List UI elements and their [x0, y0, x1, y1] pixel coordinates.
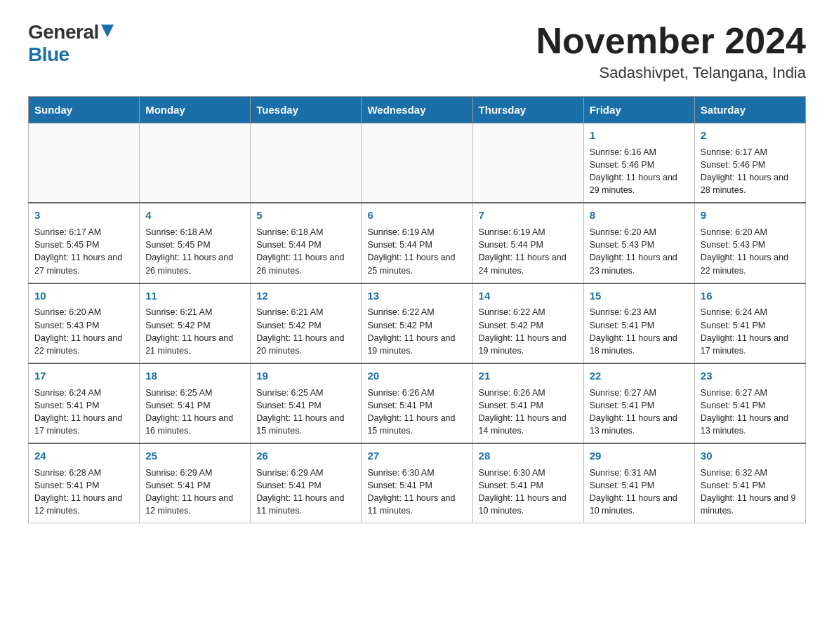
day-info: Daylight: 11 hours and 29 minutes.	[590, 171, 689, 196]
day-number: 9	[701, 208, 800, 223]
calendar-header-row: Sunday Monday Tuesday Wednesday Thursday…	[29, 97, 806, 123]
day-number: 2	[701, 128, 800, 143]
day-number: 13	[367, 288, 466, 304]
day-info: Sunrise: 6:19 AM	[367, 226, 466, 239]
logo-general-text: General	[28, 21, 99, 43]
calendar-cell-week2-day3: 6Sunrise: 6:19 AMSunset: 5:44 PMDaylight…	[362, 203, 472, 283]
day-info: Daylight: 11 hours and 26 minutes.	[256, 251, 355, 276]
calendar-week-4: 17Sunrise: 6:24 AMSunset: 5:41 PMDayligh…	[29, 363, 806, 443]
day-info: Sunrise: 6:30 AM	[367, 467, 466, 479]
day-info: Sunrise: 6:20 AM	[590, 226, 689, 239]
day-info: Sunset: 5:41 PM	[590, 399, 689, 412]
day-number: 28	[479, 448, 578, 464]
day-info: Sunset: 5:41 PM	[367, 399, 466, 412]
calendar-cell-week3-day4: 14Sunrise: 6:22 AMSunset: 5:42 PMDayligh…	[472, 283, 583, 363]
day-info: Daylight: 11 hours and 10 minutes.	[479, 492, 578, 517]
day-number: 3	[34, 208, 133, 223]
calendar-cell-week5-day4: 28Sunrise: 6:30 AMSunset: 5:41 PMDayligh…	[472, 443, 583, 523]
day-info: Daylight: 11 hours and 13 minutes.	[590, 412, 689, 437]
day-info: Sunrise: 6:22 AM	[367, 306, 466, 318]
day-info: Daylight: 11 hours and 22 minutes.	[701, 251, 800, 276]
day-info: Sunrise: 6:21 AM	[256, 306, 355, 318]
day-info: Sunrise: 6:20 AM	[34, 306, 133, 318]
calendar-cell-week3-day5: 15Sunrise: 6:23 AMSunset: 5:41 PMDayligh…	[583, 283, 694, 363]
day-info: Sunrise: 6:24 AM	[701, 306, 800, 318]
day-info: Daylight: 11 hours and 20 minutes.	[256, 332, 355, 357]
day-number: 16	[701, 288, 800, 304]
day-info: Sunrise: 6:27 AM	[590, 387, 689, 399]
calendar-cell-week2-day0: 3Sunrise: 6:17 AMSunset: 5:45 PMDaylight…	[29, 203, 140, 283]
day-number: 27	[367, 448, 466, 464]
day-info: Sunset: 5:44 PM	[479, 239, 578, 251]
day-number: 15	[590, 288, 689, 304]
calendar-cell-week4-day4: 21Sunrise: 6:26 AMSunset: 5:41 PMDayligh…	[472, 363, 583, 443]
day-number: 21	[479, 368, 578, 384]
day-info: Sunrise: 6:25 AM	[145, 387, 244, 399]
day-info: Sunrise: 6:20 AM	[701, 226, 800, 239]
header-tuesday: Tuesday	[251, 97, 362, 123]
day-info: Daylight: 11 hours and 22 minutes.	[34, 332, 133, 357]
day-info: Sunset: 5:41 PM	[367, 479, 466, 492]
day-info: Daylight: 11 hours and 24 minutes.	[479, 251, 578, 276]
day-info: Sunset: 5:45 PM	[34, 239, 133, 251]
header-friday: Friday	[583, 97, 694, 123]
day-info: Sunrise: 6:28 AM	[34, 467, 133, 479]
calendar-table: Sunday Monday Tuesday Wednesday Thursday…	[28, 96, 806, 523]
calendar-subtitle: Sadashivpet, Telangana, India	[536, 64, 806, 82]
logo: General Blue	[28, 21, 114, 66]
day-info: Daylight: 11 hours and 12 minutes.	[34, 492, 133, 517]
day-number: 18	[145, 368, 244, 384]
day-info: Sunset: 5:41 PM	[701, 399, 800, 412]
day-info: Sunrise: 6:23 AM	[590, 306, 689, 318]
day-info: Daylight: 11 hours and 14 minutes.	[479, 412, 578, 437]
day-info: Sunrise: 6:26 AM	[479, 387, 578, 399]
day-info: Daylight: 11 hours and 17 minutes.	[34, 412, 133, 437]
day-info: Sunrise: 6:17 AM	[34, 226, 133, 239]
calendar-cell-week4-day5: 22Sunrise: 6:27 AMSunset: 5:41 PMDayligh…	[583, 363, 694, 443]
calendar-cell-week5-day3: 27Sunrise: 6:30 AMSunset: 5:41 PMDayligh…	[362, 443, 472, 523]
logo-blue-text: Blue	[28, 43, 70, 66]
day-info: Sunset: 5:43 PM	[701, 239, 800, 251]
day-info: Daylight: 11 hours and 17 minutes.	[701, 332, 800, 357]
day-info: Sunset: 5:42 PM	[367, 319, 466, 332]
day-info: Daylight: 11 hours and 19 minutes.	[479, 332, 578, 357]
day-info: Daylight: 11 hours and 10 minutes.	[590, 492, 689, 517]
day-info: Daylight: 11 hours and 13 minutes.	[701, 412, 800, 437]
header-sunday: Sunday	[29, 97, 140, 123]
calendar-cell-week3-day2: 12Sunrise: 6:21 AMSunset: 5:42 PMDayligh…	[251, 283, 362, 363]
day-info: Sunrise: 6:17 AM	[701, 146, 800, 159]
calendar-cell-week3-day0: 10Sunrise: 6:20 AMSunset: 5:43 PMDayligh…	[29, 283, 140, 363]
day-info: Daylight: 11 hours and 15 minutes.	[256, 412, 355, 437]
day-number: 29	[590, 448, 689, 464]
calendar-cell-week5-day2: 26Sunrise: 6:29 AMSunset: 5:41 PMDayligh…	[251, 443, 362, 523]
day-info: Sunrise: 6:18 AM	[145, 226, 244, 239]
day-info: Sunset: 5:41 PM	[34, 479, 133, 492]
calendar-cell-week1-day5: 1Sunrise: 6:16 AMSunset: 5:46 PMDaylight…	[583, 123, 694, 203]
day-info: Sunrise: 6:24 AM	[34, 387, 133, 399]
day-number: 14	[479, 288, 578, 304]
calendar-cell-week3-day1: 11Sunrise: 6:21 AMSunset: 5:42 PMDayligh…	[140, 283, 251, 363]
header-saturday: Saturday	[694, 97, 805, 123]
calendar-week-1: 1Sunrise: 6:16 AMSunset: 5:46 PMDaylight…	[29, 123, 806, 203]
logo-triangle-icon	[101, 25, 114, 37]
header-thursday: Thursday	[472, 97, 583, 123]
day-number: 17	[34, 368, 133, 384]
day-info: Sunrise: 6:30 AM	[479, 467, 578, 479]
day-info: Daylight: 11 hours and 26 minutes.	[145, 251, 244, 276]
day-info: Sunset: 5:42 PM	[256, 319, 355, 332]
day-number: 26	[256, 448, 355, 464]
calendar-cell-week1-day6: 2Sunrise: 6:17 AMSunset: 5:46 PMDaylight…	[694, 123, 805, 203]
day-info: Daylight: 11 hours and 15 minutes.	[367, 412, 466, 437]
day-info: Daylight: 11 hours and 27 minutes.	[34, 251, 133, 276]
day-info: Daylight: 11 hours and 12 minutes.	[145, 492, 244, 517]
day-info: Sunset: 5:46 PM	[701, 159, 800, 171]
calendar-cell-week1-day4	[472, 123, 583, 203]
day-info: Sunrise: 6:18 AM	[256, 226, 355, 239]
day-info: Daylight: 11 hours and 19 minutes.	[367, 332, 466, 357]
calendar-cell-week3-day6: 16Sunrise: 6:24 AMSunset: 5:41 PMDayligh…	[694, 283, 805, 363]
day-info: Daylight: 11 hours and 23 minutes.	[590, 251, 689, 276]
day-info: Sunset: 5:41 PM	[34, 399, 133, 412]
day-info: Sunset: 5:45 PM	[145, 239, 244, 251]
day-info: Daylight: 11 hours and 25 minutes.	[367, 251, 466, 276]
day-number: 20	[367, 368, 466, 384]
